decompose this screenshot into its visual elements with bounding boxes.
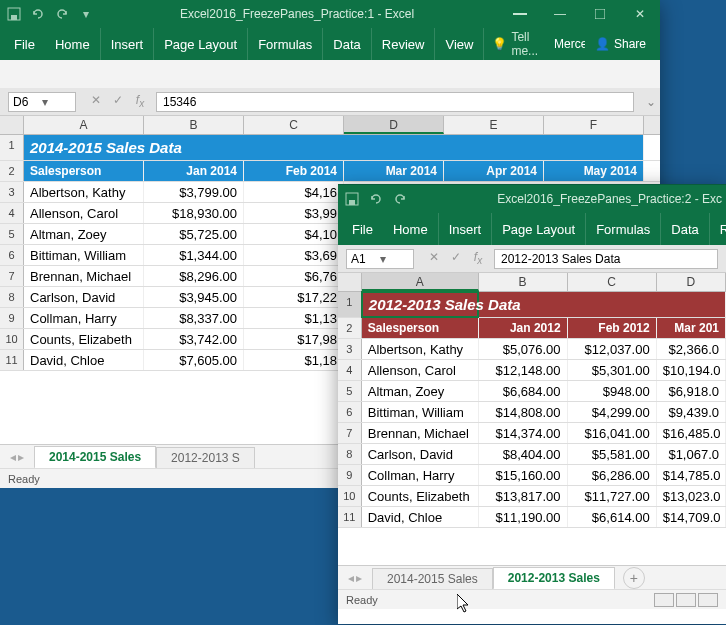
- cell[interactable]: $5,725.00: [144, 224, 244, 244]
- cell[interactable]: Albertson, Kathy: [24, 182, 144, 202]
- cell[interactable]: Allenson, Carol: [362, 360, 479, 380]
- tab-review[interactable]: Review: [372, 28, 436, 60]
- row-header[interactable]: 9: [338, 465, 362, 485]
- cancel-formula-icon[interactable]: ✕: [424, 250, 444, 266]
- cell[interactable]: $6,918.0: [657, 381, 726, 401]
- add-sheet-button[interactable]: +: [623, 567, 645, 589]
- cell[interactable]: $8,296.00: [144, 266, 244, 286]
- cell[interactable]: $4,10: [244, 224, 344, 244]
- tab-insert[interactable]: Insert: [439, 213, 493, 245]
- cell[interactable]: $6,684.00: [479, 381, 568, 401]
- cell[interactable]: $12,037.00: [568, 339, 657, 359]
- sheet-nav-prev-icon[interactable]: ◂: [348, 571, 354, 585]
- formula-input[interactable]: 15346: [156, 92, 634, 112]
- select-all-corner[interactable]: [338, 273, 362, 291]
- cell[interactable]: $11,727.00: [568, 486, 657, 506]
- cell[interactable]: Albertson, Kathy: [362, 339, 479, 359]
- cancel-formula-icon[interactable]: ✕: [86, 93, 106, 109]
- cell[interactable]: $948.00: [568, 381, 657, 401]
- cell[interactable]: Altman, Zoey: [24, 224, 144, 244]
- cell[interactable]: $8,404.00: [479, 444, 568, 464]
- header-cell[interactable]: Feb 2012: [568, 318, 657, 338]
- row-header[interactable]: 2: [0, 161, 24, 181]
- row-header[interactable]: 7: [338, 423, 362, 443]
- select-all-corner[interactable]: [0, 116, 24, 134]
- cell[interactable]: Brennan, Michael: [362, 423, 479, 443]
- qat-dropdown-icon[interactable]: ▾: [78, 6, 94, 22]
- cell[interactable]: Brennan, Michael: [24, 266, 144, 286]
- col-header-a[interactable]: A: [362, 273, 479, 291]
- cell[interactable]: Allenson, Carol: [24, 203, 144, 223]
- cell[interactable]: Carlson, David: [362, 444, 479, 464]
- name-box[interactable]: A1▾: [346, 249, 414, 269]
- row-header[interactable]: 2: [338, 318, 362, 338]
- cell[interactable]: $13,817.00: [479, 486, 568, 506]
- account-name[interactable]: Merced Fl…: [546, 37, 585, 51]
- cell[interactable]: $3,945.00: [144, 287, 244, 307]
- enter-formula-icon[interactable]: ✓: [108, 93, 128, 109]
- cell[interactable]: $17,98: [244, 329, 344, 349]
- cell[interactable]: $13,023.0: [657, 486, 726, 506]
- col-header-f[interactable]: F: [544, 116, 644, 134]
- cell[interactable]: $1,344.00: [144, 245, 244, 265]
- expand-formula-icon[interactable]: ⌄: [642, 95, 660, 109]
- header-cell[interactable]: May 2014: [544, 161, 644, 181]
- tab-formulas[interactable]: Formulas: [586, 213, 661, 245]
- row-header[interactable]: 5: [338, 381, 362, 401]
- cell[interactable]: $14,785.0: [657, 465, 726, 485]
- row-header[interactable]: 5: [0, 224, 24, 244]
- cell[interactable]: $6,76: [244, 266, 344, 286]
- tell-me-search[interactable]: 💡Tell me...: [484, 30, 546, 58]
- col-header-a[interactable]: A: [24, 116, 144, 134]
- chevron-down-icon[interactable]: ▾: [42, 95, 71, 109]
- redo-icon[interactable]: [54, 6, 70, 22]
- cell[interactable]: $9,439.0: [657, 402, 726, 422]
- col-header-b[interactable]: B: [479, 273, 568, 291]
- sheet-nav-next-icon[interactable]: ▸: [356, 571, 362, 585]
- close-button[interactable]: ✕: [620, 0, 660, 28]
- row-header[interactable]: 7: [0, 266, 24, 286]
- header-cell[interactable]: Mar 201: [657, 318, 726, 338]
- row-header[interactable]: 6: [0, 245, 24, 265]
- row-header[interactable]: 3: [0, 182, 24, 202]
- tab-file[interactable]: File: [342, 213, 383, 245]
- header-cell[interactable]: Jan 2012: [479, 318, 568, 338]
- cell[interactable]: $6,614.00: [568, 507, 657, 527]
- header-cell[interactable]: Salesperson: [24, 161, 144, 181]
- tab-data[interactable]: Data: [661, 213, 709, 245]
- col-header-c[interactable]: C: [568, 273, 657, 291]
- cell[interactable]: $12,148.00: [479, 360, 568, 380]
- cell[interactable]: $11,190.00: [479, 507, 568, 527]
- cell[interactable]: Collman, Harry: [24, 308, 144, 328]
- spreadsheet-grid[interactable]: A B C D 1 2012-2013 Sales Data 2 Salespe…: [338, 273, 726, 565]
- col-header-e[interactable]: E: [444, 116, 544, 134]
- row-header[interactable]: 11: [0, 350, 24, 370]
- header-cell[interactable]: Salesperson: [362, 318, 479, 338]
- titlebar[interactable]: ▾ Excel2016_FreezePanes_Practice:1 - Exc…: [0, 0, 660, 28]
- redo-icon[interactable]: [392, 191, 408, 207]
- cell[interactable]: $5,301.00: [568, 360, 657, 380]
- cell[interactable]: $18,930.00: [144, 203, 244, 223]
- undo-icon[interactable]: [30, 6, 46, 22]
- header-cell[interactable]: Apr 2014: [444, 161, 544, 181]
- title-banner[interactable]: 2014-2015 Sales Data: [24, 135, 644, 160]
- row-header[interactable]: 1: [0, 135, 24, 160]
- row-header[interactable]: 9: [0, 308, 24, 328]
- undo-icon[interactable]: [368, 191, 384, 207]
- cell[interactable]: $4,16: [244, 182, 344, 202]
- cell[interactable]: $14,808.00: [479, 402, 568, 422]
- tab-formulas[interactable]: Formulas: [248, 28, 323, 60]
- sheet-nav-prev-icon[interactable]: ◂: [10, 450, 16, 464]
- row-header[interactable]: 4: [0, 203, 24, 223]
- cell[interactable]: $10,194.0: [657, 360, 726, 380]
- cell[interactable]: Counts, Elizabeth: [362, 486, 479, 506]
- cell[interactable]: Carlson, David: [24, 287, 144, 307]
- page-layout-view-icon[interactable]: [676, 593, 696, 607]
- cell[interactable]: $1,067.0: [657, 444, 726, 464]
- cell[interactable]: $7,605.00: [144, 350, 244, 370]
- fx-icon[interactable]: fx: [130, 93, 150, 109]
- save-icon[interactable]: [6, 6, 22, 22]
- tab-view[interactable]: View: [435, 28, 484, 60]
- name-box[interactable]: D6▾: [8, 92, 76, 112]
- cell[interactable]: Collman, Harry: [362, 465, 479, 485]
